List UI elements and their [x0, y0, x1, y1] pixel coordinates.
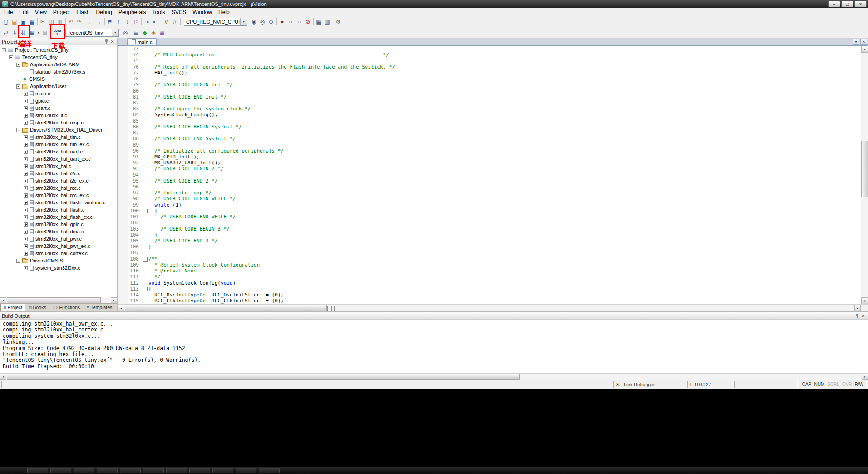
editor-hscrollbar[interactable]: ◄ ►	[118, 304, 868, 311]
taskbar-item[interactable]	[212, 468, 233, 473]
expand-box[interactable]: +	[24, 186, 28, 190]
expand-box[interactable]: +	[24, 114, 28, 118]
taskbar-item[interactable]	[189, 468, 210, 473]
panel-tab-project[interactable]: ▤Project	[0, 304, 25, 311]
system-viewer-icon[interactable]: ▥	[323, 18, 331, 26]
tree-item[interactable]: +stm32l0xx_hal_cortex.c	[0, 250, 117, 257]
taskbar-item[interactable]	[27, 468, 48, 473]
enable-disable-breakpoint-icon[interactable]: ○	[286, 18, 295, 26]
expand-box[interactable]: +	[24, 157, 28, 161]
expand-box[interactable]: +	[24, 201, 28, 205]
scroll-left-icon[interactable]: ◄	[0, 374, 6, 380]
tree-item[interactable]: +stm32l0xx_hal_uart.c	[0, 148, 117, 155]
taskbar-item[interactable]	[259, 468, 280, 473]
collapse-box[interactable]: -	[9, 55, 13, 59]
editor-vscrollbar[interactable]: ▲ ▼	[861, 46, 868, 304]
configure-icon[interactable]: ⚙	[334, 18, 342, 26]
scrollbar-track[interactable]	[124, 305, 854, 311]
expand-box[interactable]: +	[24, 143, 28, 147]
scrollbar-thumb[interactable]	[125, 305, 327, 311]
scroll-down-icon[interactable]: ▼	[861, 297, 868, 304]
tree-item[interactable]: +stm32l0xx_hal_i2c.c	[0, 170, 117, 177]
navigate-back-icon[interactable]: ←	[86, 18, 94, 26]
menu-debug[interactable]: Debug	[93, 9, 115, 16]
menu-edit[interactable]: Edit	[16, 9, 32, 16]
tree-item[interactable]: +stm32l0xx_hal_pwr_ex.c	[0, 242, 117, 250]
scroll-left-icon[interactable]: ◄	[118, 305, 124, 311]
tree-item[interactable]: +stm32l0xx_hal_dma.c	[0, 228, 117, 235]
taskbar-item[interactable]	[166, 468, 187, 473]
tree-item[interactable]: -Application/MDK-ARM	[0, 61, 117, 68]
tree-item[interactable]: -Application/User	[0, 83, 117, 90]
expand-box[interactable]: +	[24, 164, 28, 168]
close-panel-button[interactable]: ✕	[109, 39, 115, 44]
panel-tab-templates[interactable]: ≡Templates	[84, 304, 115, 311]
tree-item[interactable]: +stm32l0xx_hal_gpio.c	[0, 221, 117, 228]
menu-flash[interactable]: Flash	[73, 9, 93, 16]
code-area[interactable]: 7374 /* MCU Configuration---------------…	[118, 46, 861, 304]
menu-project[interactable]: Project	[50, 9, 73, 16]
find-icon[interactable]: ◎	[258, 18, 266, 26]
expand-box[interactable]: +	[24, 135, 28, 139]
build-output-content[interactable]: compiling stm32l0xx_hal_pwr_ex.c...compi…	[0, 320, 868, 373]
comment-icon[interactable]: //	[162, 18, 170, 26]
splitter-grip[interactable]	[327, 306, 335, 311]
minimize-button[interactable]: –	[828, 1, 840, 7]
indent-left-icon[interactable]: ⇤	[151, 18, 159, 26]
scroll-left-icon[interactable]: ◄	[0, 297, 6, 303]
fold-collapse-icon[interactable]	[143, 208, 148, 214]
insert-breakpoint-icon[interactable]: ●	[278, 18, 286, 26]
collapse-box[interactable]: -	[16, 63, 20, 67]
tree-item[interactable]: +stm32l0xx_hal.c	[0, 163, 117, 170]
build-output-hscrollbar[interactable]: ◄ ►	[0, 373, 868, 380]
expand-box[interactable]: +	[24, 230, 28, 234]
maximize-button[interactable]: ▢	[841, 1, 853, 7]
expand-box[interactable]: +	[24, 244, 28, 248]
fold-collapse-icon[interactable]	[143, 286, 148, 292]
select-software-packs-icon[interactable]: ◈	[149, 29, 158, 37]
scrollbar-track[interactable]	[861, 53, 868, 297]
tab-list-dropdown-icon[interactable]: ▼	[853, 39, 859, 45]
tree-item[interactable]: -Drivers/STM32L0xx_HAL_Driver	[0, 126, 117, 133]
panel-tab-functions[interactable]: {}Functions	[50, 304, 83, 311]
pack-installer-icon[interactable]: ▦	[158, 29, 166, 37]
collapse-box[interactable]: -	[2, 48, 6, 52]
bookmark-prev-icon[interactable]: ↑	[114, 18, 123, 26]
tree-item[interactable]: +usart.c	[0, 104, 117, 112]
tree-item[interactable]: +system_stm32l0xx.c	[0, 264, 117, 272]
scrollbar-track[interactable]	[6, 374, 862, 380]
tree-item[interactable]: -TencentOS_tiny	[0, 54, 117, 61]
expand-box[interactable]: +	[24, 252, 28, 256]
close-button[interactable]: ✕	[854, 1, 867, 7]
expand-box[interactable]: +	[24, 150, 28, 154]
tree-item[interactable]: +stm32l0xx_hal_flash_ramfunc.c	[0, 199, 117, 206]
expand-box[interactable]: +	[24, 208, 28, 212]
scrollbar-thumb[interactable]	[7, 374, 520, 380]
tree-item[interactable]: +stm32l0xx_hal_flash_ex.c	[0, 213, 117, 221]
pin-panel-button[interactable]	[854, 313, 860, 319]
bookmark-clear-icon[interactable]: ⚐	[132, 18, 140, 26]
expand-box[interactable]: +	[24, 121, 28, 125]
save-icon[interactable]: ▣	[19, 18, 27, 26]
close-tab-icon[interactable]: ✕	[860, 39, 867, 45]
bookmark-toggle-icon[interactable]: ⚑	[106, 18, 114, 26]
stop-build-icon[interactable]: ⊠	[41, 29, 49, 37]
scrollbar-thumb[interactable]	[861, 141, 868, 197]
tree-item[interactable]: +stm32l0xx_hal_rcc.c	[0, 184, 117, 192]
scroll-right-icon[interactable]: ►	[854, 305, 861, 311]
find-in-files-icon[interactable]: ◉	[250, 18, 258, 26]
taskbar-item[interactable]	[50, 468, 71, 473]
tree-item[interactable]: +stm32l0xx_it.c	[0, 112, 117, 119]
taskbar-item[interactable]	[97, 468, 118, 473]
translate-icon[interactable]: ⇄	[2, 29, 10, 37]
manage-project-items-icon[interactable]: ▤	[132, 29, 140, 37]
debug-windows-icon[interactable]: ▦	[315, 18, 323, 26]
tree-item[interactable]: +stm32l0xx_hal_rcc_ex.c	[0, 192, 117, 199]
collapse-box[interactable]: -	[16, 84, 20, 89]
target-select-combo[interactable]: TencentOS_tiny ▼	[65, 29, 119, 37]
tree-item[interactable]: +stm32l0xx_hal_tim_ex.c	[0, 141, 117, 148]
cut-icon[interactable]: ✂	[39, 18, 47, 26]
menu-window[interactable]: Window	[189, 9, 215, 16]
tree-item[interactable]: +stm32l0xx_hal_pwr.c	[0, 235, 117, 242]
tree-item[interactable]: +stm32l0xx_hal_uart_ex.c	[0, 155, 117, 163]
